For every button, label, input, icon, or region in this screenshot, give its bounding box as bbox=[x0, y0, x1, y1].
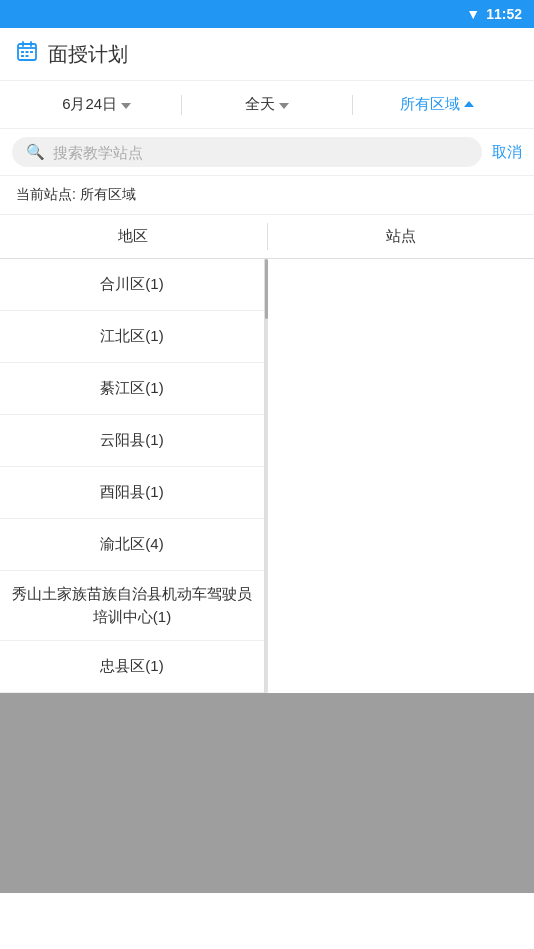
table-row[interactable]: 渝北区(4) bbox=[0, 519, 264, 571]
table-row[interactable]: 綦江区(1) bbox=[0, 363, 264, 415]
date-chevron-icon bbox=[121, 103, 131, 109]
table-row[interactable]: 江北区(1) bbox=[0, 311, 264, 363]
time-chevron-icon bbox=[279, 103, 289, 109]
svg-rect-4 bbox=[21, 51, 24, 53]
region-chevron-icon bbox=[464, 101, 474, 107]
station-list bbox=[265, 259, 534, 693]
table-row[interactable]: 秀山土家族苗族自治县机动车驾驶员培训中心(1) bbox=[0, 571, 264, 641]
table-content: 合川区(1)江北区(1)綦江区(1)云阳县(1)酉阳县(1)渝北区(4)秀山土家… bbox=[0, 259, 534, 693]
cancel-button[interactable]: 取消 bbox=[492, 143, 522, 162]
current-station-label: 当前站点: 所有区域 bbox=[0, 176, 534, 215]
region-column-header: 地区 bbox=[0, 215, 267, 258]
svg-rect-5 bbox=[26, 51, 29, 53]
station-column-header: 站点 bbox=[268, 215, 535, 258]
status-bar: ▼ 11:52 bbox=[0, 0, 534, 28]
bottom-area bbox=[0, 693, 534, 893]
table-header: 地区 站点 bbox=[0, 215, 534, 259]
region-filter-label: 所有区域 bbox=[400, 95, 460, 114]
search-bar: 🔍 取消 bbox=[0, 129, 534, 176]
search-input-wrap: 🔍 bbox=[12, 137, 482, 167]
date-filter-button[interactable]: 6月24日 bbox=[12, 89, 181, 120]
time-filter-button[interactable]: 全天 bbox=[182, 89, 351, 120]
svg-rect-7 bbox=[21, 55, 24, 57]
time-filter-label: 全天 bbox=[245, 95, 275, 114]
page-title: 面授计划 bbox=[48, 41, 128, 68]
status-time: 11:52 bbox=[486, 6, 522, 22]
scrollbar-thumb[interactable] bbox=[265, 259, 268, 319]
table-row[interactable]: 忠县区(1) bbox=[0, 641, 264, 693]
table-container: 地区 站点 合川区(1)江北区(1)綦江区(1)云阳县(1)酉阳县(1)渝北区(… bbox=[0, 215, 534, 693]
svg-rect-6 bbox=[30, 51, 33, 53]
scrollbar-track[interactable] bbox=[265, 259, 268, 693]
table-row[interactable]: 酉阳县(1) bbox=[0, 467, 264, 519]
header: 面授计划 bbox=[0, 28, 534, 81]
filter-row: 6月24日 全天 所有区域 bbox=[0, 81, 534, 129]
search-input[interactable] bbox=[53, 144, 468, 161]
date-filter-label: 6月24日 bbox=[62, 95, 117, 114]
table-row[interactable]: 云阳县(1) bbox=[0, 415, 264, 467]
region-filter-button[interactable]: 所有区域 bbox=[353, 89, 522, 120]
search-icon: 🔍 bbox=[26, 143, 45, 161]
table-row[interactable]: 合川区(1) bbox=[0, 259, 264, 311]
region-list: 合川区(1)江北区(1)綦江区(1)云阳县(1)酉阳县(1)渝北区(4)秀山土家… bbox=[0, 259, 265, 693]
calendar-icon bbox=[16, 40, 38, 68]
svg-rect-8 bbox=[26, 55, 29, 57]
wifi-icon: ▼ bbox=[466, 6, 480, 22]
